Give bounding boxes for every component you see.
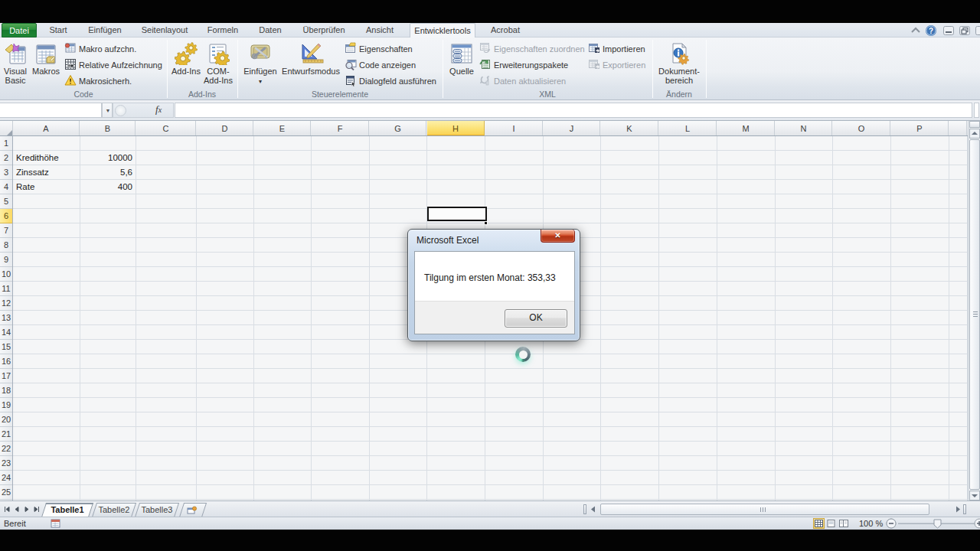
- svg-text:?: ?: [929, 27, 933, 35]
